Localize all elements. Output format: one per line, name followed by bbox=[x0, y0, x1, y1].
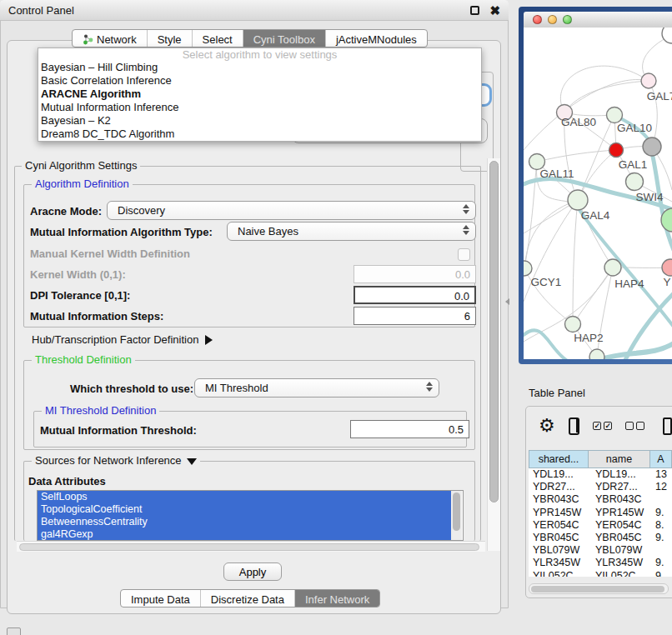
data-attributes-list[interactable]: SelfLoopsTopologicalCoefficientBetweenne… bbox=[37, 490, 464, 541]
table-row[interactable]: YBL079WYBL079W bbox=[529, 544, 672, 557]
select-all-columns-icon[interactable]: ✓✓ bbox=[593, 422, 612, 430]
algorithm-option[interactable]: Bayesian – K2 bbox=[38, 114, 481, 128]
network-node[interactable] bbox=[604, 259, 621, 276]
close-window-icon[interactable] bbox=[533, 15, 542, 24]
algorithm-option[interactable]: Mutual Information Inference bbox=[38, 101, 481, 114]
network-node-label: GAL80 bbox=[561, 116, 596, 128]
combo-stepper-icon bbox=[463, 225, 469, 235]
bottom-left-panel-icon[interactable] bbox=[7, 628, 21, 635]
data-attribute-item[interactable]: TopologicalCoefficient bbox=[38, 503, 452, 516]
panel-divider-handle-icon[interactable] bbox=[505, 298, 509, 305]
network-edge[interactable] bbox=[560, 66, 649, 112]
network-node[interactable] bbox=[565, 317, 581, 332]
close-panel-icon[interactable]: ✖ bbox=[489, 6, 500, 15]
which-threshold-combo[interactable]: MI Threshold bbox=[194, 378, 439, 398]
network-node[interactable] bbox=[524, 261, 532, 276]
network-node[interactable] bbox=[589, 349, 604, 359]
sources-group-title[interactable]: Sources for Network Inference bbox=[32, 455, 200, 467]
table-cell: YBL079W bbox=[589, 544, 650, 557]
network-edge[interactable] bbox=[537, 150, 616, 162]
network-edge[interactable] bbox=[524, 80, 649, 150]
tab-network[interactable]: Network bbox=[73, 30, 148, 47]
settings-horizontal-scrollbar[interactable] bbox=[17, 541, 485, 552]
column-header[interactable]: shared... bbox=[529, 450, 589, 468]
network-node[interactable] bbox=[607, 108, 623, 123]
tab-impute-data[interactable]: Impute Data bbox=[121, 590, 201, 607]
data-attribute-item[interactable]: gal4RGexp bbox=[38, 528, 452, 541]
network-edge[interactable] bbox=[564, 81, 649, 112]
table-cell: YDL19... bbox=[589, 468, 650, 481]
network-node-label: HAP2 bbox=[574, 332, 603, 344]
network-edge[interactable] bbox=[573, 200, 578, 324]
tab-infer-network[interactable]: Infer Network bbox=[295, 590, 379, 607]
mi-type-combo[interactable]: Naive Bayes bbox=[227, 222, 476, 241]
new-table-icon[interactable] bbox=[663, 418, 672, 435]
columns-icon[interactable] bbox=[569, 418, 580, 435]
table-cell: YBR045C bbox=[589, 532, 650, 544]
table-row[interactable]: YPR145WYPR145W9. bbox=[529, 507, 672, 519]
table-horizontal-scrollbar[interactable] bbox=[529, 583, 669, 594]
table-row[interactable]: YER054CYER054C8. bbox=[529, 519, 672, 532]
table-cell: YIL052C bbox=[529, 570, 589, 578]
table-cell: YDL19... bbox=[529, 468, 589, 481]
attributes-list-scrollbar[interactable] bbox=[451, 491, 462, 540]
table-row[interactable]: YBR045CYBR045C9. bbox=[529, 532, 672, 544]
algorithm-dropdown-placeholder: Select algorithm to view settings bbox=[38, 48, 481, 61]
sources-title-text: Sources for Network Inference bbox=[35, 454, 182, 467]
apply-button[interactable]: Apply bbox=[223, 562, 282, 581]
gear-icon[interactable]: ⚙ bbox=[539, 417, 555, 435]
network-node-label: HAP4 bbox=[614, 278, 644, 290]
mi-type-label: Mutual Information Algorithm Type: bbox=[30, 226, 213, 238]
table-row[interactable]: YIL052CYIL052C9. bbox=[529, 570, 672, 578]
aracne-mode-combo[interactable]: Discovery bbox=[107, 201, 476, 220]
algorithm-option[interactable]: Bayesian – Hill Climbing bbox=[38, 61, 481, 74]
zoom-window-icon[interactable] bbox=[563, 15, 572, 24]
table-panel-toolbar: ⚙ ✓✓ bbox=[525, 406, 672, 446]
network-node[interactable] bbox=[626, 173, 644, 191]
network-node[interactable] bbox=[609, 143, 624, 158]
table-cell bbox=[650, 544, 672, 557]
settings-vertical-scrollbar[interactable] bbox=[487, 158, 500, 551]
network-window-titlebar[interactable] bbox=[524, 12, 672, 28]
table-cell: YPR145W bbox=[589, 507, 650, 519]
network-canvas[interactable]: GAL7GAL80GAL10GAL1GAL11SWI4GAL4GCY1HAP4Y… bbox=[524, 28, 672, 359]
data-attribute-item[interactable]: BetweennessCentrality bbox=[38, 516, 452, 528]
mi-steps-label: Mutual Information Steps: bbox=[30, 310, 163, 322]
network-node[interactable] bbox=[641, 73, 656, 88]
minimize-window-icon[interactable] bbox=[548, 15, 557, 24]
deselect-all-columns-icon[interactable] bbox=[625, 422, 644, 430]
algorithm-option[interactable]: ARACNE Algorithm bbox=[38, 88, 481, 101]
algorithm-option[interactable]: Dream8 DC_TDC Algorithm bbox=[38, 128, 481, 141]
float-window-icon[interactable] bbox=[470, 6, 479, 15]
data-attribute-item[interactable]: SelfLoops bbox=[38, 491, 452, 503]
network-node[interactable] bbox=[662, 28, 672, 43]
dpi-tolerance-label: DPI Tolerance [0,1]: bbox=[30, 289, 130, 302]
column-header[interactable]: A bbox=[650, 450, 672, 468]
table-cell: YER054C bbox=[589, 519, 650, 532]
mi-steps-field[interactable]: 6 bbox=[354, 307, 476, 325]
network-edge-highlighted[interactable] bbox=[599, 343, 672, 359]
tab-cyni-toolbox[interactable]: Cyni Toolbox bbox=[243, 30, 326, 47]
tab-discretize-data[interactable]: Discretize Data bbox=[201, 590, 295, 607]
network-edge-highlighted[interactable] bbox=[524, 330, 569, 359]
hub-definition-disclosure[interactable]: Hub/Transcription Factor Definition bbox=[32, 333, 213, 346]
network-node[interactable] bbox=[662, 259, 672, 276]
network-node-label: GAL11 bbox=[539, 168, 574, 180]
algorithm-option[interactable]: Basic Correlation Inference bbox=[38, 74, 481, 88]
tab-jactivemnodules[interactable]: jActiveMNodules bbox=[326, 30, 427, 47]
manual-kernel-checkbox[interactable] bbox=[458, 248, 470, 261]
table-row[interactable]: YDL19...YDL19...13 bbox=[529, 468, 672, 481]
table-row[interactable]: YDR27...YDR27...12 bbox=[529, 481, 672, 493]
network-node[interactable] bbox=[568, 190, 588, 210]
column-header[interactable]: name bbox=[589, 450, 650, 468]
network-edge[interactable] bbox=[524, 162, 537, 268]
mi-threshold-field[interactable]: 0.5 bbox=[350, 420, 469, 438]
network-node[interactable] bbox=[643, 138, 661, 156]
dpi-tolerance-field[interactable]: 0.0 bbox=[354, 286, 476, 304]
table-row[interactable]: YBR043CYBR043C bbox=[529, 493, 672, 506]
hub-definition-label: Hub/Transcription Factor Definition bbox=[32, 333, 198, 346]
tab-style[interactable]: Style bbox=[148, 30, 193, 47]
tab-select[interactable]: Select bbox=[193, 30, 243, 47]
table-cell: YDR27... bbox=[529, 481, 589, 493]
table-row[interactable]: YLR345WYLR345W9. bbox=[529, 557, 672, 569]
